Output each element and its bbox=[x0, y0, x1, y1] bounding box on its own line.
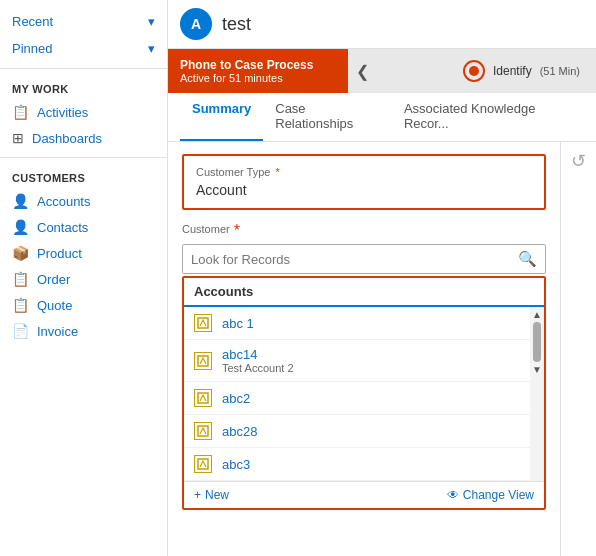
dropdown-footer: + New 👁 Change View bbox=[184, 481, 544, 508]
account-icon-abc1 bbox=[194, 314, 212, 332]
sidebar-item-dashboards[interactable]: ⊞ Dashboards bbox=[0, 125, 167, 151]
customer-type-label: Customer Type * bbox=[196, 166, 532, 178]
scroll-down-icon[interactable]: ▼ bbox=[532, 364, 542, 375]
contacts-icon: 👤 bbox=[12, 219, 29, 235]
refresh-icon[interactable]: ↺ bbox=[571, 150, 586, 172]
process-bar: Phone to Case Process Active for 51 minu… bbox=[168, 49, 596, 93]
process-active-stage: Phone to Case Process Active for 51 minu… bbox=[168, 49, 348, 93]
tabs-bar: Summary Case Relationships Associated Kn… bbox=[168, 93, 596, 142]
sidebar-section-my-work: My Work bbox=[0, 75, 167, 99]
sidebar-item-recent[interactable]: Recent ▾ bbox=[0, 8, 167, 35]
customer-required-star: * bbox=[234, 222, 240, 240]
list-item[interactable]: abc3 bbox=[184, 448, 530, 481]
search-button[interactable]: 🔍 bbox=[510, 245, 545, 273]
dashboards-icon: ⊞ bbox=[12, 130, 24, 146]
form-area: Customer Type * Account Customer * 🔍 bbox=[168, 142, 560, 556]
account-icon-abc2 bbox=[194, 389, 212, 407]
dropdown-scrollbar[interactable]: ▲ ▼ bbox=[530, 307, 544, 481]
divider bbox=[0, 68, 167, 69]
sidebar: Recent ▾ Pinned ▾ My Work 📋 Activities ⊞… bbox=[0, 0, 168, 556]
quote-icon: 📋 bbox=[12, 297, 29, 313]
divider-2 bbox=[0, 157, 167, 158]
chevron-down-icon: ▾ bbox=[148, 14, 155, 29]
required-star: * bbox=[275, 166, 279, 178]
sidebar-item-product[interactable]: 📦 Product bbox=[0, 240, 167, 266]
dropdown-row: abc 1 abc14 Test Account 2 bbox=[184, 307, 544, 481]
scroll-up-icon[interactable]: ▲ bbox=[532, 309, 542, 320]
sidebar-item-activities[interactable]: 📋 Activities bbox=[0, 99, 167, 125]
search-box: 🔍 bbox=[182, 244, 546, 274]
sidebar-section-customers: Customers bbox=[0, 164, 167, 188]
account-icon-abc28 bbox=[194, 422, 212, 440]
account-icon-abc3 bbox=[194, 455, 212, 473]
list-item[interactable]: abc 1 bbox=[184, 307, 530, 340]
sidebar-item-order[interactable]: 📋 Order bbox=[0, 266, 167, 292]
activities-icon: 📋 bbox=[12, 104, 29, 120]
dropdown-section-label: Accounts bbox=[194, 284, 253, 299]
customer-type-field: Customer Type * Account bbox=[182, 154, 546, 210]
accounts-dropdown: Accounts abc 1 bbox=[182, 276, 546, 510]
change-view-button[interactable]: 👁 Change View bbox=[447, 488, 534, 502]
product-icon: 📦 bbox=[12, 245, 29, 261]
dropdown-header: Accounts bbox=[184, 278, 544, 307]
plus-icon: + bbox=[194, 488, 201, 502]
page-title: test bbox=[222, 14, 251, 35]
dropdown-list: abc 1 abc14 Test Account 2 bbox=[184, 307, 530, 481]
new-button[interactable]: + New bbox=[194, 488, 229, 502]
sidebar-item-accounts[interactable]: 👤 Accounts bbox=[0, 188, 167, 214]
scroll-thumb bbox=[533, 322, 541, 362]
tab-summary[interactable]: Summary bbox=[180, 93, 263, 141]
chevron-down-icon: ▾ bbox=[148, 41, 155, 56]
process-chevron-button[interactable]: ❮ bbox=[348, 49, 377, 93]
search-icon: 🔍 bbox=[518, 250, 537, 267]
customer-label: Customer bbox=[182, 223, 230, 235]
stage-time: (51 Min) bbox=[540, 65, 580, 77]
content-area: Customer Type * Account Customer * 🔍 bbox=[168, 142, 596, 556]
list-item[interactable]: abc28 bbox=[184, 415, 530, 448]
order-icon: 📋 bbox=[12, 271, 29, 287]
avatar: A bbox=[180, 8, 212, 40]
sidebar-item-contacts[interactable]: 👤 Contacts bbox=[0, 214, 167, 240]
list-item[interactable]: abc14 Test Account 2 bbox=[184, 340, 530, 382]
list-item[interactable]: abc2 bbox=[184, 382, 530, 415]
account-icon-abc14 bbox=[194, 352, 212, 370]
tab-case-relationships[interactable]: Case Relationships bbox=[263, 93, 392, 141]
sidebar-item-invoice[interactable]: 📄 Invoice bbox=[0, 318, 167, 344]
process-title: Phone to Case Process bbox=[180, 58, 336, 72]
main-area: A test Phone to Case Process Active for … bbox=[168, 0, 596, 556]
customer-field: Customer * 🔍 Accounts bbox=[182, 222, 546, 510]
process-stage-area: Identify (51 Min) bbox=[377, 49, 596, 93]
stage-circle-inner bbox=[469, 66, 479, 76]
sidebar-item-pinned[interactable]: Pinned ▾ bbox=[0, 35, 167, 62]
invoice-icon: 📄 bbox=[12, 323, 29, 339]
process-subtitle: Active for 51 minutes bbox=[180, 72, 336, 84]
search-input[interactable] bbox=[183, 246, 510, 273]
customer-type-value: Account bbox=[196, 182, 532, 198]
chevron-left-icon: ❮ bbox=[356, 62, 369, 81]
tab-associated-knowledge[interactable]: Associated Knowledge Recor... bbox=[392, 93, 584, 141]
accounts-icon: 👤 bbox=[12, 193, 29, 209]
sidebar-item-quote[interactable]: 📋 Quote bbox=[0, 292, 167, 318]
eye-icon: 👁 bbox=[447, 488, 459, 502]
right-panel: ↺ bbox=[560, 142, 596, 556]
customer-label-row: Customer * bbox=[182, 222, 546, 240]
header: A test bbox=[168, 0, 596, 49]
stage-circle-indicator bbox=[463, 60, 485, 82]
stage-label: Identify bbox=[493, 64, 532, 78]
